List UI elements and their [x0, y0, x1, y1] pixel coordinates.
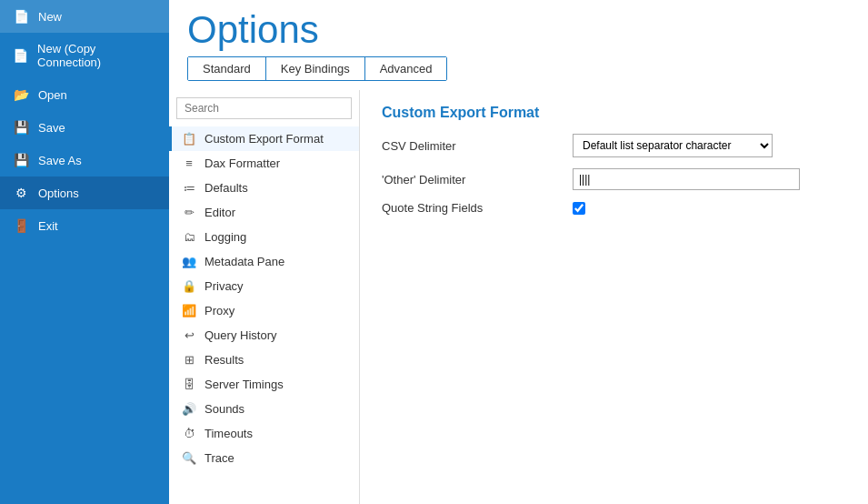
sidebar-item-label: Save As — [38, 154, 82, 167]
nav-item-results[interactable]: ⊞ Results — [169, 348, 359, 372]
nav-item-proxy[interactable]: 📶 Proxy — [169, 298, 359, 323]
nav-item-query-history[interactable]: ↩ Query History — [169, 323, 359, 348]
section-title: Custom Export Format — [382, 105, 846, 121]
open-icon: 📂 — [13, 87, 29, 102]
exit-icon: 🚪 — [13, 218, 29, 233]
timeouts-icon: ⏱ — [181, 427, 197, 440]
logging-icon: 🗂 — [181, 230, 197, 244]
sidebar-item-save-as[interactable]: 💾 Save As — [0, 144, 169, 176]
sidebar-item-label: New — [38, 10, 62, 24]
nav-item-label: Trace — [205, 451, 234, 465]
nav-item-editor[interactable]: ✏ Editor — [169, 200, 359, 225]
sidebar-item-label: New (Copy Connection) — [37, 42, 156, 69]
sidebar-item-new-copy[interactable]: 📄 New (Copy Connection) — [0, 33, 169, 78]
nav-item-label: Query History — [205, 328, 276, 342]
nav-item-label: Logging — [205, 230, 246, 244]
options-icon: ⚙ — [13, 186, 29, 200]
new-file-icon: 📄 — [13, 9, 29, 24]
right-panel: Custom Export Format CSV Delimiter Defau… — [360, 90, 868, 504]
sidebar-item-label: Options — [38, 186, 79, 200]
tab-advanced[interactable]: Advanced — [365, 57, 447, 80]
editor-icon: ✏ — [181, 206, 197, 219]
save-as-icon: 💾 — [13, 153, 29, 167]
nav-item-label: Results — [205, 353, 244, 367]
main-content: Options Standard Key Bindings Advanced 📋… — [169, 0, 868, 504]
trace-icon: 🔍 — [181, 451, 197, 465]
nav-item-dax-formatter[interactable]: ≡ Dax Formatter — [169, 151, 359, 176]
nav-item-timeouts[interactable]: ⏱ Timeouts — [169, 421, 359, 446]
page-title: Options — [187, 9, 850, 51]
nav-item-label: Proxy — [205, 304, 234, 318]
nav-item-privacy[interactable]: 🔒 Privacy — [169, 274, 359, 298]
query-history-icon: ↩ — [181, 328, 197, 342]
sidebar-item-new[interactable]: 📄 New — [0, 0, 169, 33]
quote-string-fields-label: Quote String Fields — [382, 201, 564, 215]
sidebar: 📄 New 📄 New (Copy Connection) 📂 Open 💾 S… — [0, 0, 169, 504]
title-area: Options — [169, 0, 868, 51]
server-timings-icon: 🗄 — [181, 378, 197, 391]
proxy-icon: 📶 — [181, 304, 197, 318]
tabs-container: Standard Key Bindings Advanced — [169, 51, 868, 81]
nav-item-label: Defaults — [205, 181, 248, 195]
nav-item-custom-export-format[interactable]: 📋 Custom Export Format — [169, 126, 359, 151]
nav-item-label: Custom Export Format — [205, 132, 324, 146]
custom-export-format-icon: 📋 — [181, 132, 197, 146]
nav-item-label: Privacy — [205, 279, 244, 293]
nav-item-sounds[interactable]: 🔊 Sounds — [169, 397, 359, 421]
nav-item-label: Metadata Pane — [205, 255, 284, 268]
nav-item-trace[interactable]: 🔍 Trace — [169, 446, 359, 470]
nav-item-metadata-pane[interactable]: 👥 Metadata Pane — [169, 249, 359, 274]
csv-delimiter-row: CSV Delimiter Default list separator cha… — [382, 134, 846, 157]
tab-standard[interactable]: Standard — [188, 57, 266, 80]
sidebar-item-save[interactable]: 💾 Save — [0, 111, 169, 144]
search-input[interactable] — [176, 97, 352, 119]
other-delimiter-label: 'Other' Delimiter — [382, 173, 564, 186]
nav-item-server-timings[interactable]: 🗄 Server Timings — [169, 372, 359, 397]
nav-item-label: Dax Formatter — [205, 156, 280, 170]
other-delimiter-input[interactable] — [573, 168, 800, 190]
new-copy-icon: 📄 — [13, 48, 28, 63]
other-delimiter-row: 'Other' Delimiter — [382, 168, 846, 190]
results-icon: ⊞ — [181, 353, 197, 367]
nav-item-label: Server Timings — [205, 378, 284, 391]
nav-item-label: Sounds — [205, 402, 244, 416]
sidebar-item-label: Exit — [38, 219, 58, 233]
sidebar-item-options[interactable]: ⚙ Options — [0, 176, 169, 209]
privacy-icon: 🔒 — [181, 279, 197, 293]
dax-formatter-icon: ≡ — [181, 156, 197, 170]
sounds-icon: 🔊 — [181, 402, 197, 416]
save-icon: 💾 — [13, 120, 29, 135]
sidebar-item-label: Save — [38, 121, 65, 135]
sidebar-item-exit[interactable]: 🚪 Exit — [0, 209, 169, 242]
quote-string-fields-checkbox-wrap — [573, 202, 585, 215]
csv-delimiter-label: CSV Delimiter — [382, 139, 564, 153]
nav-item-defaults[interactable]: ≔ Defaults — [169, 176, 359, 200]
nav-item-label: Timeouts — [205, 427, 253, 440]
sidebar-item-label: Open — [38, 88, 67, 102]
left-panel: 📋 Custom Export Format ≡ Dax Formatter ≔… — [169, 90, 360, 504]
nav-item-logging[interactable]: 🗂 Logging — [169, 225, 359, 249]
metadata-pane-icon: 👥 — [181, 255, 197, 268]
sidebar-item-open[interactable]: 📂 Open — [0, 78, 169, 111]
tab-key-bindings[interactable]: Key Bindings — [266, 57, 365, 80]
tab-bar: Standard Key Bindings Advanced — [187, 56, 447, 81]
content-area: 📋 Custom Export Format ≡ Dax Formatter ≔… — [169, 90, 868, 504]
quote-string-fields-row: Quote String Fields — [382, 201, 846, 215]
csv-delimiter-select[interactable]: Default list separator character Comma S… — [573, 134, 773, 157]
defaults-icon: ≔ — [181, 181, 197, 195]
quote-string-fields-checkbox[interactable] — [573, 202, 585, 215]
nav-item-label: Editor — [205, 206, 235, 219]
